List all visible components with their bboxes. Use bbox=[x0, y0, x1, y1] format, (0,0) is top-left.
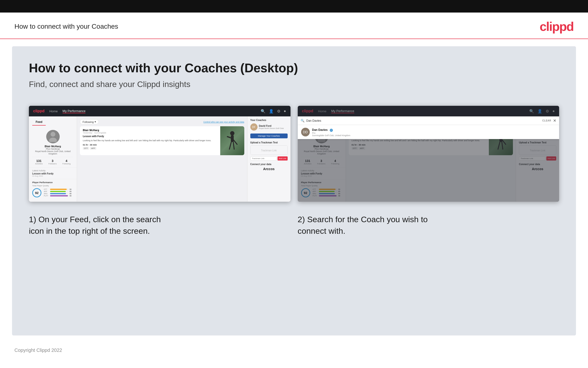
bar-arg-1: ARG 86 bbox=[44, 193, 73, 194]
trackman-box-1: Trackman Link bbox=[250, 145, 288, 155]
coach-avatar-1: DF bbox=[250, 123, 257, 131]
control-link-1: Control who can see your activity and da… bbox=[203, 121, 244, 123]
lesson-text-1: Blair McHarg Yesterday · Sunningdale Les… bbox=[80, 126, 220, 155]
result-badge-1: ✓ bbox=[330, 129, 333, 132]
add-link-btn-1[interactable]: Add Link bbox=[278, 156, 287, 160]
svg-line-14 bbox=[498, 142, 500, 149]
tag-app-1: APP bbox=[90, 147, 96, 150]
sidebar-1: Feed Blair McHarg Plus Handicap Royal No… bbox=[29, 116, 77, 202]
bar-fill-putt bbox=[50, 195, 68, 196]
nav-icons-1: 🔍 👤 ⚙ ● bbox=[261, 109, 286, 113]
trackman-input-row-1: Add Link bbox=[250, 156, 288, 160]
following-btn-1[interactable]: Following ▾ bbox=[80, 119, 99, 124]
arccos-text-1: Arccos bbox=[250, 167, 288, 171]
profile-sub2-2: Royal North Devon Golf Club, United King… bbox=[301, 150, 342, 155]
following-label-1: Following bbox=[83, 120, 94, 123]
profile-icon-2: 👤 bbox=[537, 109, 542, 113]
golfer-silhouette-1 bbox=[225, 130, 239, 152]
search-close-btn[interactable]: ✕ bbox=[553, 118, 556, 123]
search-bar: 🔍 Dan Davies CLEAR ✕ bbox=[298, 116, 559, 125]
bar-track-app bbox=[50, 191, 69, 192]
stat-label-activities-1: Activities bbox=[35, 163, 43, 165]
lesson-desc-1: Looking to feel like my hands are exitin… bbox=[83, 139, 217, 142]
screenshot-1: clippd Home My Performance 🔍 👤 ⚙ ● Feed bbox=[29, 106, 290, 202]
perf-bars-1: OTT 90 APP 85 bbox=[44, 188, 73, 197]
nav-home-2: Home bbox=[318, 110, 327, 113]
avatar-icon: ● bbox=[284, 109, 286, 113]
lesson-title-1: Lesson with Fordy bbox=[83, 135, 217, 138]
svg-line-15 bbox=[502, 142, 503, 149]
profile-stats-2: 131Activities 3Followers 4Following bbox=[301, 157, 342, 165]
svg-line-7 bbox=[233, 142, 234, 149]
bar-label-putt: PUTT bbox=[44, 195, 49, 197]
instruction-panel-1: 1) On your Feed, click on the searchicon… bbox=[29, 214, 290, 237]
instruction-text-2-line1: 2) Search for the Coach you wish toconne… bbox=[298, 215, 428, 235]
bar-app-1: APP 85 bbox=[44, 191, 73, 192]
trackman-text-1: Trackman Link bbox=[261, 149, 277, 152]
profile-name-1: Blair McHarg bbox=[32, 145, 73, 148]
bar-val-putt: 96 bbox=[70, 195, 73, 197]
avatar-1 bbox=[46, 130, 60, 143]
profile-sub2-1: Royal North Devon Golf Club, United King… bbox=[32, 150, 73, 155]
lesson-user-1: Blair McHarg bbox=[83, 129, 217, 132]
svg-point-2 bbox=[230, 131, 234, 135]
stat-activities-1: 131 Activities bbox=[35, 159, 43, 165]
bar-fill-app bbox=[50, 191, 66, 192]
app-nav-2: clippd Home My Performance 🔍 👤 ⚙ ● bbox=[298, 106, 559, 116]
following-header-1: Following ▾ Control who can see your act… bbox=[80, 119, 244, 124]
main-title: How to connect with your Coaches (Deskto… bbox=[29, 61, 559, 75]
search-overlay: 🔍 Dan Davies CLEAR ✕ DD Dan Davies ✓ Pro… bbox=[298, 116, 559, 139]
svg-point-0 bbox=[51, 132, 55, 137]
screenshot-2: clippd Home My Performance 🔍 👤 ⚙ ● 🔍 Dan… bbox=[298, 106, 559, 202]
upload-title-1: Upload a Trackman Test bbox=[250, 141, 288, 144]
app-nav-1: clippd Home My Performance 🔍 👤 ⚙ ● bbox=[29, 106, 290, 116]
search-icon: 🔍 bbox=[261, 109, 265, 113]
quality-circle-1: 92 OTT 90 APP bbox=[32, 188, 73, 197]
bar-ott-1: OTT 90 bbox=[44, 188, 73, 190]
top-bar bbox=[0, 0, 588, 12]
bar-fill-arg bbox=[50, 193, 66, 194]
header: How to connect with your Coaches clippd bbox=[0, 12, 588, 39]
bar-val-arg: 86 bbox=[70, 193, 73, 194]
lesson-tags-1: OTT APP bbox=[83, 147, 217, 150]
add-link-btn-2[interactable]: Add Link bbox=[546, 156, 556, 160]
manage-coaches-btn-1[interactable]: Manage Your Coaches bbox=[250, 134, 288, 138]
svg-point-1 bbox=[49, 138, 57, 142]
lesson-image-1 bbox=[220, 126, 244, 155]
trackman-input-2[interactable] bbox=[519, 156, 545, 160]
profile-sub1-1: Plus Handicap bbox=[32, 148, 73, 150]
result-type-1: Pro bbox=[312, 132, 351, 134]
result-info-1: Dan Davies ✓ Pro Sunningdale Golf Club, … bbox=[312, 128, 351, 137]
nav-icons-2: 🔍 👤 ⚙ ● bbox=[529, 109, 555, 113]
bar-label-arg: ARG bbox=[44, 193, 49, 194]
profile-card-1: Blair McHarg Plus Handicap Royal North D… bbox=[29, 128, 77, 167]
app-main-1: Following ▾ Control who can see your act… bbox=[77, 116, 247, 202]
coaches-title-1: Your Coaches bbox=[250, 119, 288, 121]
stat-label-following-1: Following bbox=[62, 163, 70, 165]
profile-sub-2: Plus Handicap bbox=[301, 148, 342, 150]
search-result-1[interactable]: DD Dan Davies ✓ Pro Sunningdale Golf Clu… bbox=[298, 125, 559, 139]
instructions-row: 1) On your Feed, click on the searchicon… bbox=[29, 214, 559, 237]
bar-track-putt bbox=[50, 195, 69, 196]
trackman-input-1[interactable] bbox=[250, 156, 277, 160]
page-title: How to connect with your Coaches bbox=[14, 23, 118, 30]
coach-item-1: DF David Ford Royal North Devon Golf Clu… bbox=[250, 123, 288, 131]
lesson-card-1: Blair McHarg Yesterday · Sunningdale Les… bbox=[80, 126, 244, 155]
main-subtitle: Find, connect and share your Clippd insi… bbox=[29, 80, 559, 89]
nav-performance-1: My Performance bbox=[62, 109, 86, 113]
stat-num-activities-1: 131 bbox=[35, 159, 43, 163]
stat-followers-1: 3 Followers bbox=[48, 159, 57, 165]
settings-icon: ⚙ bbox=[277, 109, 281, 113]
bar-putt-1: PUTT 96 bbox=[44, 195, 73, 197]
player-perf-1: Player Performance Total Player Quality … bbox=[29, 179, 77, 199]
clippd-logo: clippd bbox=[540, 19, 574, 34]
result-club-1: Sunningdale Golf Club, United Kingdom bbox=[312, 134, 351, 137]
profile-icon: 👤 bbox=[269, 109, 274, 113]
search-clear-btn[interactable]: CLEAR bbox=[542, 119, 551, 122]
instruction-text-1: 1) On your Feed, click on the searchicon… bbox=[29, 214, 290, 237]
app-right-1: Your Coaches DF David Ford Royal North D… bbox=[247, 116, 290, 202]
search-input-mock: Dan Davies bbox=[306, 119, 541, 122]
perf-sub-1: Total Player Quality bbox=[32, 184, 73, 187]
latest-activity-1: Latest Activity Lesson with Fordy 03 Aug… bbox=[29, 167, 77, 179]
bar-fill-ott bbox=[50, 189, 67, 190]
